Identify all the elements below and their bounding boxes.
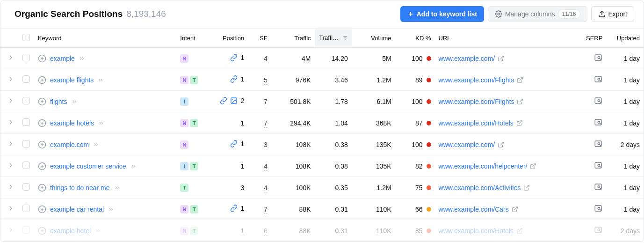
updated-value: 1 day — [624, 184, 640, 191]
col-traffic[interactable]: Traffic — [271, 29, 315, 48]
expand-row-icon[interactable] — [7, 54, 14, 61]
keyword-link[interactable]: flights — [50, 98, 67, 105]
keyword-link[interactable]: example.com — [50, 141, 89, 148]
expand-row-icon[interactable] — [7, 205, 14, 212]
traffic-value: 976K — [296, 76, 311, 84]
expand-row-icon[interactable] — [7, 183, 14, 191]
add-keyword-icon[interactable] — [38, 76, 46, 84]
add-keyword-icon[interactable] — [38, 205, 46, 214]
expand-row-icon[interactable] — [7, 140, 14, 147]
add-keyword-icon[interactable] — [38, 140, 46, 149]
traffic-share-value: 14.20 — [332, 55, 348, 62]
add-keyword-icon[interactable] — [38, 162, 46, 170]
row-checkbox[interactable] — [22, 226, 30, 234]
external-link-icon[interactable] — [517, 77, 523, 83]
expand-row-icon[interactable] — [7, 226, 14, 234]
keyword-link[interactable]: example hotels — [50, 119, 94, 127]
col-volume[interactable]: Volume — [352, 29, 395, 48]
external-link-icon[interactable] — [516, 120, 523, 126]
keyword-link[interactable]: things to do near me — [50, 184, 110, 191]
add-keyword-icon[interactable] — [38, 227, 46, 235]
sf-count[interactable]: 4 — [264, 184, 268, 192]
traffic-value: 501.8K — [290, 98, 311, 105]
expand-row-icon[interactable] — [7, 75, 14, 83]
url-link[interactable]: www.example.com/ — [439, 55, 495, 62]
sf-count[interactable]: 5 — [264, 76, 268, 85]
expand-row-icon[interactable] — [7, 162, 14, 169]
add-keyword-icon[interactable] — [38, 184, 46, 192]
external-link-icon[interactable] — [512, 206, 518, 213]
sf-count[interactable]: 7 — [264, 119, 268, 128]
traffic-value: 108K — [296, 162, 311, 170]
row-checkbox[interactable] — [22, 183, 30, 191]
url-link[interactable]: www.example.com/Cars — [439, 206, 509, 213]
view-serp-icon[interactable] — [594, 161, 602, 169]
expand-row-icon[interactable] — [7, 118, 14, 126]
url-link[interactable]: www.example.com/Flights — [439, 76, 514, 84]
view-serp-icon[interactable] — [594, 183, 602, 191]
keyword-link[interactable]: example customer service — [50, 162, 126, 170]
row-checkbox[interactable] — [22, 54, 30, 61]
sf-count[interactable]: 3 — [264, 141, 268, 149]
keyword-link[interactable]: example flights — [50, 76, 94, 84]
select-all-checkbox[interactable] — [22, 34, 30, 41]
traffic-share-value: 0.38 — [335, 141, 348, 148]
sf-count[interactable]: 4 — [264, 162, 268, 171]
url-link[interactable]: www.example.com/Activities — [439, 184, 521, 191]
url-link[interactable]: www.example.com/Flights — [439, 98, 514, 105]
traffic-share-value: 1.78 — [335, 98, 348, 105]
col-intent[interactable]: Intent — [176, 29, 209, 48]
url-link[interactable]: www.example.com/ — [439, 141, 495, 148]
expand-row-icon[interactable] — [7, 97, 14, 104]
keyword-link[interactable]: example — [50, 55, 75, 62]
view-serp-icon[interactable] — [594, 140, 602, 148]
col-kd[interactable]: KD % — [395, 29, 435, 48]
col-position[interactable]: Position — [209, 29, 248, 48]
view-serp-icon[interactable] — [594, 53, 602, 62]
view-serp-icon[interactable] — [594, 226, 602, 234]
chevron-double-right-icon — [98, 120, 104, 126]
row-checkbox[interactable] — [22, 205, 30, 212]
export-button[interactable]: Export — [591, 6, 634, 22]
view-serp-icon[interactable] — [594, 204, 602, 213]
manage-columns-button[interactable]: Manage columns 11/16 — [488, 6, 587, 22]
col-serp[interactable]: SERP — [579, 29, 607, 48]
row-checkbox[interactable] — [22, 118, 30, 126]
view-serp-icon[interactable] — [594, 118, 602, 126]
external-link-icon[interactable] — [498, 141, 504, 148]
external-link-icon[interactable] — [523, 184, 530, 191]
view-serp-icon[interactable] — [594, 75, 602, 83]
sf-count[interactable]: 4 — [264, 55, 268, 63]
intent-badges: NT — [180, 205, 198, 214]
kd-value: 87 — [415, 119, 423, 127]
row-checkbox[interactable] — [22, 140, 30, 147]
add-keyword-icon[interactable] — [38, 97, 46, 106]
col-keyword[interactable]: Keyword — [34, 29, 176, 48]
url-link[interactable]: www.example.com/Hotels — [439, 119, 514, 127]
url-link[interactable]: www.example.com/Hotels — [439, 227, 514, 235]
add-to-keyword-list-button[interactable]: Add to keyword list — [400, 6, 484, 22]
row-checkbox[interactable] — [22, 75, 30, 83]
col-traffic-share[interactable]: Traffi… — [315, 29, 352, 48]
sf-count[interactable]: 7 — [264, 206, 268, 214]
url-link[interactable]: www.example.com/helpcenter/ — [439, 162, 528, 170]
sf-count[interactable]: 7 — [264, 98, 268, 106]
sf-count[interactable]: 6 — [264, 227, 268, 236]
add-keyword-icon[interactable] — [38, 54, 46, 63]
updated-value: 1 day — [624, 98, 640, 105]
row-checkbox[interactable] — [22, 97, 30, 104]
external-link-icon[interactable] — [516, 228, 523, 234]
view-serp-icon[interactable] — [594, 96, 602, 105]
updated-value: 1 day — [624, 55, 640, 62]
keyword-link[interactable]: example car rental — [50, 206, 104, 213]
row-checkbox[interactable] — [22, 162, 30, 169]
keyword-link[interactable]: example hotel — [50, 227, 91, 235]
col-updated[interactable]: Updated — [606, 29, 644, 48]
external-link-icon[interactable] — [498, 55, 504, 62]
external-link-icon[interactable] — [530, 163, 536, 169]
col-url[interactable]: URL — [435, 29, 579, 48]
col-sf[interactable]: SF — [248, 29, 271, 48]
external-link-icon[interactable] — [517, 98, 523, 105]
intent-badge-t: T — [190, 227, 198, 235]
add-keyword-icon[interactable] — [38, 119, 46, 127]
